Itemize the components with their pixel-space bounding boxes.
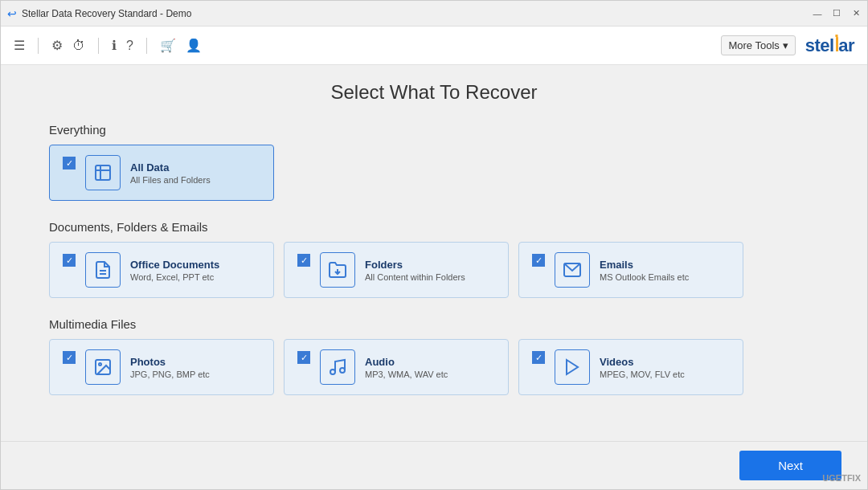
checkbox-office-documents[interactable] [63,254,76,267]
section-multimedia: Multimedia Files Photos JPG, PNG, BMP et… [49,317,819,395]
svg-point-10 [340,368,345,373]
card-videos[interactable]: Videos MPEG, MOV, FLV etc [518,339,743,395]
checkbox-photos[interactable] [63,351,76,364]
section-multimedia-title: Multimedia Files [49,317,819,331]
logo-star: l̇ [834,35,839,55]
app-window: ↩ Stellar Data Recovery Standard - Demo … [0,0,868,490]
stellar-logo: stell̇ar [805,35,854,56]
all-data-icon-box [85,155,121,190]
minimize-button[interactable]: — [813,9,822,18]
checkbox-emails[interactable] [532,254,545,267]
footer: Next [1,441,867,489]
account-icon[interactable]: 👤 [186,38,202,53]
all-data-subtitle: All Files and Folders [130,175,211,185]
all-data-text: All Data All Files and Folders [130,161,211,185]
audio-title: Audio [365,356,448,368]
cart-icon[interactable]: 🛒 [160,38,176,53]
card-all-data[interactable]: All Data All Files and Folders [49,145,274,201]
video-icon [563,357,582,377]
card-emails[interactable]: Emails MS Outlook Emails etc [518,242,743,298]
title-bar-left: ↩ Stellar Data Recovery Standard - Demo [7,7,191,20]
office-documents-title: Office Documents [130,259,219,271]
emails-subtitle: MS Outlook Emails etc [600,272,689,282]
separator-1 [38,38,39,54]
help-icon[interactable]: ? [126,39,133,53]
app-icon: ↩ [7,7,17,20]
maximize-button[interactable]: ☐ [832,9,841,18]
emails-title: Emails [600,259,689,271]
office-documents-subtitle: Word, Excel, PPT etc [130,272,219,282]
watermark-text: UGETFIX [822,473,861,483]
folders-icon-box [320,252,355,288]
more-tools-button[interactable]: More Tools ▾ [721,35,795,55]
history-icon[interactable]: ⏱ [72,39,85,53]
svg-point-8 [99,363,101,365]
more-tools-label: More Tools [728,39,779,51]
all-data-title: All Data [130,161,211,174]
card-audio[interactable]: Audio MP3, WMA, WAV etc [284,339,509,395]
videos-text: Videos MPEG, MOV, FLV etc [600,356,685,379]
audio-icon [328,357,347,377]
toolbar: ☰ ⚙ ⏱ ℹ ? 🛒 👤 More Tools ▾ stell̇ar [1,27,867,65]
dropdown-arrow-icon: ▾ [783,39,788,51]
separator-3 [146,38,147,54]
audio-icon-box [320,349,355,385]
checkbox-audio[interactable] [297,351,310,364]
checkbox-all-data[interactable] [63,157,76,169]
section-documents-title: Documents, Folders & Emails [49,220,819,234]
svg-rect-0 [96,165,110,180]
office-documents-icon-box [85,252,121,288]
page-title: Select What To Recover [49,81,819,104]
photos-title: Photos [130,356,210,368]
settings-icon[interactable]: ⚙ [51,38,63,53]
card-folders[interactable]: Folders All Content within Folders [284,242,509,298]
emails-text: Emails MS Outlook Emails etc [600,259,689,282]
title-bar: ↩ Stellar Data Recovery Standard - Demo … [1,1,867,27]
svg-marker-11 [567,360,578,374]
folder-icon [328,260,347,280]
checkbox-videos[interactable] [532,351,545,364]
separator-2 [98,38,99,54]
emails-icon-box [555,252,590,288]
photo-icon [93,357,113,377]
email-icon [563,260,582,280]
section-documents: Documents, Folders & Emails Office Docum… [49,220,819,298]
photos-icon-box [85,349,121,385]
videos-title: Videos [600,356,685,368]
svg-point-9 [330,370,335,374]
section-everything-title: Everything [49,123,819,137]
window-title: Stellar Data Recovery Standard - Demo [22,8,191,19]
documents-cards-row: Office Documents Word, Excel, PPT etc [49,242,819,298]
window-controls[interactable]: — ☐ ✕ [813,9,861,18]
audio-subtitle: MP3, WMA, WAV etc [365,370,448,379]
hamburger-menu-icon[interactable]: ☰ [14,38,25,53]
toolbar-right: More Tools ▾ stell̇ar [721,35,854,56]
info-icon[interactable]: ℹ [112,38,117,53]
section-everything: Everything All Data All Files and Folder… [49,123,819,201]
toolbar-left: ☰ ⚙ ⏱ ℹ ? 🛒 👤 [14,38,202,54]
card-office-documents[interactable]: Office Documents Word, Excel, PPT etc [49,242,274,298]
everything-cards-row: All Data All Files and Folders [49,145,819,201]
office-documents-text: Office Documents Word, Excel, PPT etc [130,259,219,282]
folders-subtitle: All Content within Folders [365,272,465,282]
multimedia-cards-row: Photos JPG, PNG, BMP etc Audio [49,339,819,395]
audio-text: Audio MP3, WMA, WAV etc [365,356,448,379]
folders-text: Folders All Content within Folders [365,259,465,282]
all-data-icon [93,163,113,182]
photos-subtitle: JPG, PNG, BMP etc [130,370,210,379]
photos-text: Photos JPG, PNG, BMP etc [130,356,210,379]
checkbox-folders[interactable] [297,254,310,267]
videos-icon-box [555,349,590,385]
card-photos[interactable]: Photos JPG, PNG, BMP etc [49,339,274,395]
close-button[interactable]: ✕ [851,9,861,18]
videos-subtitle: MPEG, MOV, FLV etc [600,370,685,379]
document-icon [93,260,113,280]
folders-title: Folders [365,259,465,271]
main-content: Select What To Recover Everything All Da [1,65,867,441]
